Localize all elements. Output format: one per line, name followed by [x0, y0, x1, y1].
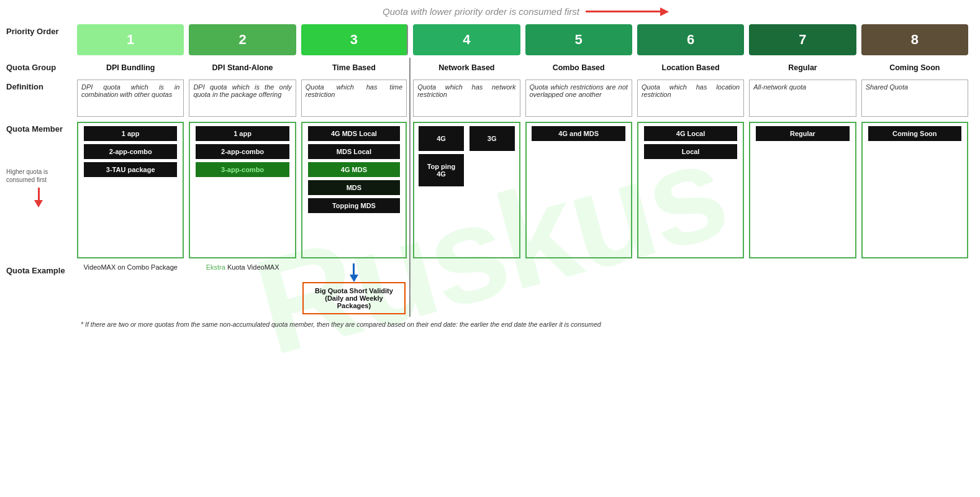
priority-box-5: 5 [525, 24, 632, 55]
member-cell-1: 1 app2-app-combo3-TAU package [75, 119, 186, 261]
example-cell-4 [411, 261, 522, 317]
priority-arrow-row: Quota with lower priority order is consu… [6, 6, 971, 17]
member-cell-2: 1 app2-app-combo3-app-combo [186, 119, 298, 261]
group-cell-5: Combo Based [523, 58, 635, 77]
def-cell-3: Quota which has time restriction [299, 77, 411, 119]
example-row-label: Quota Example [6, 261, 75, 317]
group-cell-8: Coming Soon [859, 58, 971, 77]
example-cell-1: VideoMAX on Combo Package [75, 261, 186, 317]
arrow-label: Quota with lower priority order is consu… [383, 6, 579, 17]
member-cell-8: Coming Soon [859, 119, 971, 261]
example-cell-2: Ekstra Kuota VideoMAX [186, 261, 298, 317]
group-cell-1: DPI Bundling [75, 58, 186, 77]
group-cell-7: Regular [746, 58, 858, 77]
group-cell-2: DPI Stand-Alone [186, 58, 298, 77]
priority-box-3: 3 [301, 24, 408, 55]
priority-box-7: 7 [749, 24, 856, 55]
member-cell-4: 4GTop ping 4G3G [411, 119, 522, 261]
member-cell-3: 4G MDS LocalMDS Local4G MDSMDSTopping MD… [299, 119, 411, 261]
def-cell-2: DPI quota which is the only quota in the… [186, 77, 298, 119]
definition-row-label: Definition [6, 77, 75, 119]
def-cell-7: All-network quota [746, 77, 858, 119]
def-cell-5: Quota which restrictions are not overlap… [523, 77, 635, 119]
arrow-line [586, 7, 669, 16]
def-cell-4: Quota which has network restriction [411, 77, 522, 119]
priority-box-4: 4 [413, 24, 520, 55]
group-cell-3: Time Based [299, 58, 411, 77]
member-cell-5: 4G and MDS [523, 119, 635, 261]
priority-row-label: Priority Order [6, 22, 75, 58]
def-cell-1: DPI quota which is in combination with o… [75, 77, 186, 119]
member-row-label: Quota Member Higher quota is consumed fi… [6, 119, 75, 261]
group-cell-4: Network Based [411, 58, 522, 77]
example-cell-7 [746, 261, 858, 317]
member-cell-7: Regular [746, 119, 858, 261]
example-note: * If there are two or more quotas from t… [81, 321, 964, 328]
priority-box-6: 6 [637, 24, 744, 55]
priority-box-1: 1 [77, 24, 184, 55]
member-cell-6: 4G LocalLocal [635, 119, 746, 261]
def-cell-6: Quota which has location restriction [635, 77, 746, 119]
group-row-label: Quota Group [6, 58, 75, 77]
example-cell-5 [523, 261, 635, 317]
example-cell-6 [635, 261, 746, 317]
example-cell-3: Big Quota Short Validity (Daily and Week… [299, 261, 411, 317]
group-cell-6: Location Based [635, 58, 746, 77]
priority-box-8: 8 [861, 24, 968, 55]
priority-box-2: 2 [189, 24, 296, 55]
example-cell-8 [859, 261, 971, 317]
def-cell-8: Shared Quota [859, 77, 971, 119]
